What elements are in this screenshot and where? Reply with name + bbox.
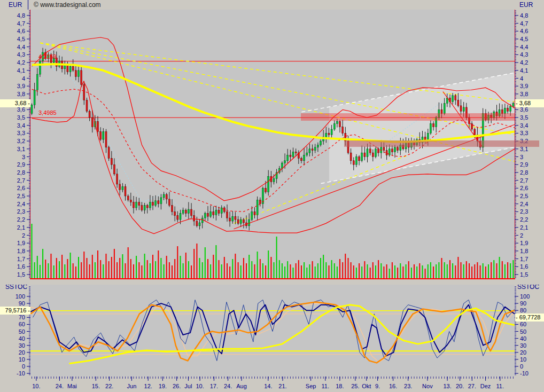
date-tick-label: Mai xyxy=(67,383,77,389)
price-tick-label: 3 xyxy=(22,154,25,160)
date-tick-label: 22. xyxy=(105,383,113,389)
price-tick-label: 3,3 xyxy=(17,130,25,136)
price-tick-label: 3,3 xyxy=(520,130,528,136)
date-tick-label: 10. xyxy=(32,383,40,389)
date-tick-label: 18. xyxy=(336,383,344,389)
date-tick-label: 21. xyxy=(278,383,286,389)
date-tick-label: 9. xyxy=(375,383,380,389)
sstoc-axis-left[interactable]: 1009080706050403020100-10 xyxy=(0,285,30,377)
sstoc-tick-label: 80 xyxy=(520,307,526,313)
price-tick-label: 3,1 xyxy=(17,146,25,152)
price-tick-label: 2,4 xyxy=(17,201,25,207)
sstoc-tick-label: 20 xyxy=(520,349,526,356)
support-line-label[interactable]: 3,4985 xyxy=(38,109,57,116)
price-axis-title-left: EUR xyxy=(9,1,22,9)
price-tick-label: 2,2 xyxy=(520,216,528,223)
support-zone-band[interactable] xyxy=(344,140,539,147)
price-tick-label: 4,8 xyxy=(520,12,528,19)
price-tick-label: 2,9 xyxy=(17,161,25,168)
price-tick-label: 2,4 xyxy=(520,201,528,207)
price-tick-label: 4,8 xyxy=(17,12,25,19)
price-tick-label: 1,7 xyxy=(520,256,528,262)
price-tick-label: 2,1 xyxy=(17,224,25,231)
price-tick-label: 4,7 xyxy=(17,20,25,27)
date-tick-label: 14. xyxy=(264,383,272,389)
sstoc-tick-label: 30 xyxy=(520,342,526,349)
date-tick-label: 11. xyxy=(322,383,329,389)
sstoc-tick-label: -10 xyxy=(520,370,529,377)
sstoc-tick-label: 40 xyxy=(520,335,526,342)
price-tick-label: 2,8 xyxy=(17,169,25,176)
sstoc-tick-label: 10 xyxy=(19,356,25,363)
price-tick-label: 4 xyxy=(22,75,25,82)
price-tick-label: 1,9 xyxy=(17,240,25,246)
price-tick-label: 3,9 xyxy=(520,83,528,89)
date-tick-label: 26. xyxy=(173,383,181,389)
sstoc-tick-label: -10 xyxy=(17,370,25,377)
price-tick-label: 4,5 xyxy=(17,36,25,42)
date-tick-label: 25. xyxy=(351,383,359,389)
date-tick-label: 15. xyxy=(92,383,100,389)
date-tick-label: 27. xyxy=(468,383,476,389)
time-axis[interactable]: 10.24.Mai15.22.Jun12.19.26.Jul10.17.24.A… xyxy=(30,375,515,391)
copyright-watermark: © www.tradesignal.com xyxy=(34,1,101,9)
date-tick-label: Jun xyxy=(127,383,137,389)
price-tick-label: 3,5 xyxy=(17,114,25,121)
title-divider xyxy=(28,0,28,10)
price-tick-label: 2,1 xyxy=(520,224,528,231)
date-tick-label: Aug xyxy=(236,383,247,389)
price-tick-label: 2,6 xyxy=(17,185,25,191)
date-tick-label: Sep xyxy=(306,383,316,389)
price-tick-label: 2 xyxy=(520,232,523,239)
tradesignal-chart-window: EUR © www.tradesignal.com EUR 4,84,74,64… xyxy=(0,0,544,392)
sstoc-tick-label: 0 xyxy=(22,363,25,370)
date-tick-label: 19. xyxy=(159,383,167,389)
date-tick-label: 24. xyxy=(224,383,232,389)
date-tick-label: Okt xyxy=(362,383,371,389)
price-tick-label: 1,8 xyxy=(17,248,25,254)
price-tick-label: 2,5 xyxy=(520,193,528,199)
sstoc-plot[interactable] xyxy=(30,285,515,377)
price-axis-title-right: EUR xyxy=(519,1,533,9)
date-tick-label: Nov xyxy=(422,383,433,389)
price-tick-label: 4,4 xyxy=(17,44,25,50)
date-tick-label: 16. xyxy=(389,383,397,389)
date-tick-label: 20. xyxy=(456,383,464,389)
price-tick-label: 2,8 xyxy=(520,169,528,176)
price-tick-label: 3,9 xyxy=(17,83,25,89)
price-tick-label: 4,2 xyxy=(17,59,25,66)
sstoc-axis-right[interactable]: 1009080706050403020100-10 xyxy=(515,285,544,377)
sstoc-tick-label: 100 xyxy=(15,293,25,300)
date-tick-label: 12. xyxy=(144,383,152,389)
price-tick-label: 3,6 xyxy=(520,106,528,113)
price-tick-label: 4,7 xyxy=(520,20,528,27)
price-tick-label: 4 xyxy=(520,75,523,82)
price-tick-label: 1,7 xyxy=(17,256,25,262)
current-price-marker-right: - 3,68 xyxy=(515,99,544,107)
price-tick-label: 4,6 xyxy=(17,28,25,34)
date-tick-label: Dez xyxy=(480,383,491,389)
sstoc-tick-label: 90 xyxy=(520,300,526,307)
price-tick-label: 2,3 xyxy=(17,208,25,215)
plot-border-bottom xyxy=(30,279,515,279)
sstoc-tick-label: 50 xyxy=(520,328,526,335)
price-tick-label: 3,4 xyxy=(17,122,25,129)
price-tick-label: 2,7 xyxy=(520,177,528,184)
resistance-zone-band[interactable] xyxy=(301,113,515,121)
stoch-fast-blue-line xyxy=(33,300,515,361)
current-price-marker-left: 3,68 - xyxy=(0,99,30,107)
wedge-pattern-fill xyxy=(329,73,515,182)
date-tick-label: Jul xyxy=(184,383,192,389)
price-tick-label: 4,2 xyxy=(520,59,528,66)
price-axis-left[interactable]: 4,84,74,64,54,44,34,24,143,93,83,73,63,5… xyxy=(0,10,30,279)
price-tick-label: 2,9 xyxy=(520,161,528,168)
price-tick-label: 1,8 xyxy=(520,248,528,254)
resistance-line-label[interactable]: 4,2159 xyxy=(38,53,57,60)
sstoc-tick-label: 40 xyxy=(19,335,25,342)
sstoc-tick-label: 70 xyxy=(19,314,25,320)
sstoc-tick-label: 10 xyxy=(520,356,526,363)
price-tick-label: 1,5 xyxy=(17,271,25,278)
price-tick-label: 3,8 xyxy=(520,91,528,97)
price-tick-label: 2,5 xyxy=(17,193,25,199)
price-tick-label: 4,3 xyxy=(17,51,25,58)
